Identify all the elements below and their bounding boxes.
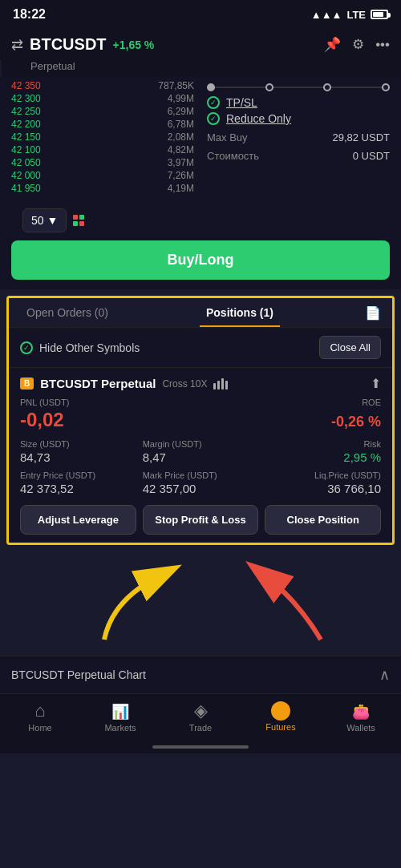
- price-grid: Entry Price (USDT) 42 373,52 Mark Price …: [20, 470, 381, 495]
- slider-dot-1[interactable]: [207, 83, 215, 91]
- signal-icon: ▲▲▲: [311, 9, 342, 21]
- nav-futures[interactable]: ₿ Futures: [257, 701, 305, 732]
- order-row: 42 050 3,97M: [11, 157, 194, 168]
- futures-icon: ₿: [271, 701, 290, 721]
- right-panel: TP/SL Reduce Only Max Buy 29,82 USDT Сто…: [207, 80, 390, 194]
- order-book-prices: 42 350 787,85K 42 300 4,99M 42 250 6,29M…: [11, 80, 194, 194]
- entry-stat: Entry Price (USDT) 42 373,52: [20, 470, 136, 495]
- bybit-badge: B: [20, 377, 34, 390]
- order-row: 42 250 6,29M: [11, 106, 194, 117]
- swap-icon[interactable]: ⇄: [11, 36, 23, 54]
- reduce-only-check[interactable]: [207, 112, 220, 125]
- nav-trade-label: Trade: [189, 723, 212, 733]
- chevron-up-icon[interactable]: ∧: [379, 666, 390, 684]
- header: ⇄ BTCUSDT +1,65 % 📌 ⚙ •••: [0, 29, 401, 60]
- order-row: 42 000 7,26M: [11, 170, 194, 181]
- hide-label: Hide Other Symbols: [39, 341, 140, 354]
- pos-name: BTCUSDT Perpetual: [40, 377, 156, 390]
- stop-profit-loss-button[interactable]: Stop Profit & Loss: [143, 505, 259, 535]
- leverage-value: 50: [31, 214, 44, 227]
- wallets-icon: [352, 700, 370, 721]
- pnl-label: PNL (USDT): [20, 398, 69, 407]
- nav-home[interactable]: Home: [16, 700, 64, 733]
- close-all-button[interactable]: Close All: [319, 336, 381, 359]
- lte-label: LTE: [346, 9, 366, 21]
- trade-icon: [194, 700, 208, 721]
- order-book: 42 350 787,85K 42 300 4,99M 42 250 6,29M…: [0, 77, 401, 197]
- status-time: 18:22: [13, 7, 46, 22]
- nav-wallets-label: Wallets: [346, 723, 375, 733]
- action-buttons: Adjust Leverage Stop Profit & Loss Close…: [20, 505, 381, 535]
- position-card: B BTCUSDT Perpetual Cross 10X ⬆ PNL (USD…: [9, 368, 392, 543]
- bars-icon: [213, 378, 228, 390]
- size-stat: Size (USDT) 84,73: [20, 439, 136, 464]
- pair-name[interactable]: BTCUSDT: [30, 35, 107, 54]
- tab-open-orders[interactable]: Open Orders (0): [20, 298, 115, 327]
- doc-icon[interactable]: 📄: [365, 305, 381, 321]
- nav-trade[interactable]: Trade: [176, 700, 225, 733]
- settings-icon[interactable]: ⚙: [352, 36, 364, 53]
- chart-section: BTCUSDT Perpetual Chart ∧: [0, 656, 401, 693]
- pos-header: B BTCUSDT Perpetual Cross 10X ⬆: [20, 376, 381, 391]
- pnl-value: -0,02: [20, 409, 64, 431]
- nav-futures-label: Futures: [265, 722, 295, 732]
- slider-track[interactable]: [207, 87, 390, 88]
- tab-positions[interactable]: Positions (1): [200, 298, 280, 327]
- tpsl-row: TP/SL: [207, 96, 390, 109]
- pair-change: +1,65 %: [113, 38, 155, 51]
- reduce-only-label[interactable]: Reduce Only: [226, 112, 291, 125]
- stats-grid: Size (USDT) 84,73 Margin (USDT) 8,47 Ris…: [20, 439, 381, 464]
- buy-long-button[interactable]: Buy/Long: [11, 240, 390, 280]
- order-row: 42 100 4,82M: [11, 144, 194, 155]
- perpetual-label: Perpetual: [2, 60, 401, 77]
- share-icon[interactable]: ⬆: [371, 376, 381, 391]
- hide-check[interactable]: [20, 341, 33, 354]
- bottom-nav: Home Markets Trade ₿ Futures Wallets: [0, 693, 401, 745]
- order-row: 42 300 4,99M: [11, 93, 194, 104]
- liq-stat: Liq.Price (USDT) 36 766,10: [265, 470, 381, 495]
- nav-wallets[interactable]: Wallets: [337, 700, 385, 733]
- leverage-select[interactable]: 50 ▼: [22, 208, 67, 232]
- hide-left: Hide Other Symbols: [20, 341, 140, 354]
- buy-section: 50 ▼ Buy/Long: [0, 197, 401, 289]
- status-bar: 18:22 ▲▲▲ LTE: [0, 0, 401, 29]
- slider-dot-4[interactable]: [382, 83, 390, 91]
- positions-section: Open Orders (0) Positions (1) 📄 Hide Oth…: [6, 296, 395, 545]
- order-row: 42 350 787,85K: [11, 80, 194, 91]
- mark-stat: Mark Price (USDT) 42 357,00: [143, 470, 259, 495]
- order-row: 42 200 6,78M: [11, 119, 194, 130]
- reduce-only-row: Reduce Only: [207, 112, 390, 125]
- pin-icon[interactable]: 📌: [324, 36, 341, 53]
- battery-icon: [371, 10, 388, 19]
- leverage-row: 50 ▼: [11, 204, 390, 240]
- bottom-indicator: [0, 745, 401, 753]
- dropdown-arrow: ▼: [47, 214, 59, 227]
- positions-tabs: Open Orders (0) Positions (1) 📄: [9, 298, 392, 328]
- markets-icon: [111, 700, 129, 721]
- pos-title: B BTCUSDT Perpetual Cross 10X: [20, 377, 228, 390]
- grid-icon[interactable]: [73, 215, 84, 226]
- more-icon[interactable]: •••: [375, 37, 390, 53]
- roe-value: -0,26 %: [331, 414, 381, 430]
- close-position-button[interactable]: Close Position: [265, 505, 381, 535]
- header-right: 📌 ⚙ •••: [324, 36, 390, 53]
- tpsl-label[interactable]: TP/SL: [226, 96, 257, 109]
- red-arrow: [241, 559, 337, 656]
- chart-label: BTCUSDT Perpetual Chart: [11, 668, 146, 681]
- tpsl-check[interactable]: [207, 96, 220, 109]
- home-icon: [34, 700, 45, 721]
- order-row: 42 150 2,08M: [11, 131, 194, 143]
- status-right: ▲▲▲ LTE: [311, 9, 388, 21]
- slider-dot-3[interactable]: [323, 83, 331, 91]
- adjust-leverage-button[interactable]: Adjust Leverage: [20, 505, 136, 535]
- order-row: 41 950 4,19M: [11, 183, 194, 194]
- slider-dot-2[interactable]: [265, 83, 273, 91]
- nav-markets-label: Markets: [104, 723, 136, 733]
- hide-other-symbols-row: Hide Other Symbols Close All: [9, 328, 392, 368]
- tpsl-section: TP/SL Reduce Only Max Buy 29,82 USDT Сто…: [207, 96, 390, 165]
- home-indicator-bar: [152, 745, 249, 749]
- nav-markets[interactable]: Markets: [96, 700, 144, 733]
- margin-stat: Margin (USDT) 8,47: [143, 439, 259, 464]
- roe-label: ROE: [362, 398, 381, 407]
- yellow-arrow: [88, 559, 184, 656]
